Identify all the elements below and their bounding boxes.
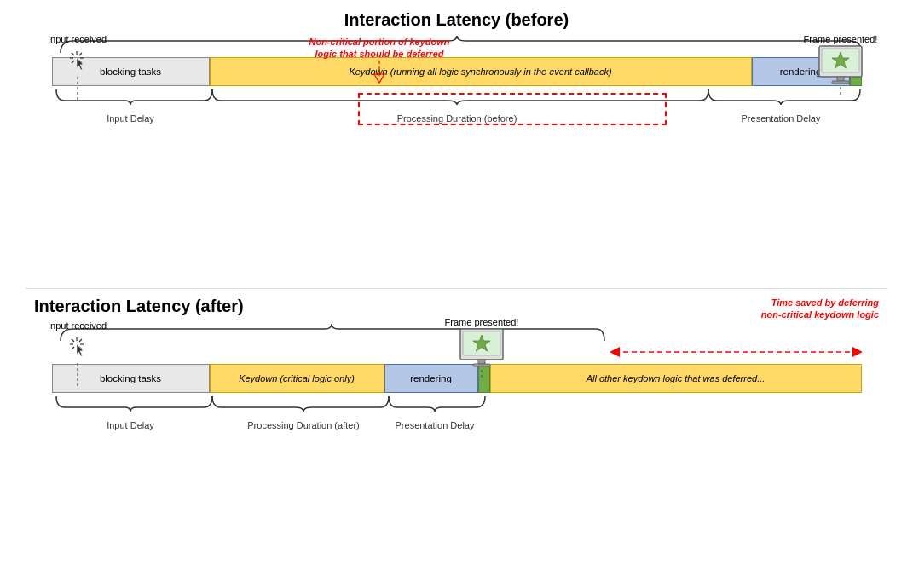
svg-text:Input Delay: Input Delay [107,420,154,430]
keydown-bar-bottom: Keydown (critical logic only) [210,364,384,393]
bottom-labels-svg: Input Delay Processing Duration (after) … [52,395,862,433]
svg-marker-10 [77,58,84,70]
divider [26,288,887,289]
svg-line-9 [72,61,74,63]
time-saved-label: Time saved by deferring non-critical key… [640,297,879,321]
svg-marker-33 [77,344,84,356]
deferred-bar-bottom: All other keydown logic that was deferre… [490,364,862,393]
red-note-top: Non-critical portion of keydown logic th… [286,36,473,86]
bottom-title: Interaction Latency (after) [34,297,244,316]
top-labels-svg: Input Delay Processing Duration (before)… [52,88,862,126]
frame-presented-top: Frame presented! [802,34,879,97]
svg-rect-16 [832,81,849,84]
svg-line-28 [72,339,74,342]
svg-line-27 [79,339,82,342]
svg-text:Processing Duration (after): Processing Duration (after) [247,420,359,430]
top-title: Interaction Latency (before) [34,10,879,30]
svg-text:Processing Duration (before): Processing Duration (before) [396,113,517,124]
svg-line-32 [72,347,74,349]
svg-rect-38 [478,360,485,364]
frame-presented-bottom: Frame presented! [443,317,520,380]
svg-rect-39 [473,364,490,366]
svg-text:Input Delay: Input Delay [107,113,154,124]
svg-text:Presentation Delay: Presentation Delay [741,113,820,124]
svg-rect-15 [837,77,844,81]
svg-line-5 [72,53,74,55]
input-received-top: Input received [48,34,107,101]
input-received-bottom: Input received [48,320,107,387]
svg-text:Presentation Delay: Presentation Delay [395,420,474,430]
svg-line-4 [79,53,82,55]
